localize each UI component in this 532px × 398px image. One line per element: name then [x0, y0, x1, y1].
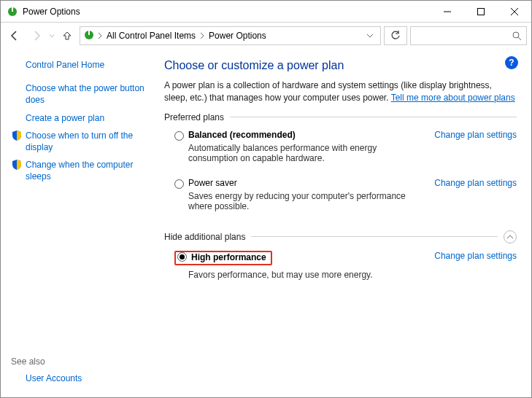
divider	[230, 117, 517, 117]
sidebar-home-link[interactable]: Control Panel Home	[26, 59, 104, 71]
page-intro: A power plan is a collection of hardware…	[164, 79, 517, 105]
address-dropdown-button[interactable]	[363, 34, 377, 38]
sidebar-link-useraccounts[interactable]: User Accounts	[26, 372, 82, 384]
navbar: All Control Panel Items Power Options	[1, 23, 531, 49]
sidebar: Control Panel Home Choose what the power…	[11, 59, 154, 390]
help-button[interactable]: ?	[505, 56, 518, 69]
svg-point-8	[513, 32, 519, 38]
additional-plans-label[interactable]: Hide additional plans	[164, 232, 245, 242]
shield-icon	[11, 159, 23, 171]
close-button[interactable]	[498, 1, 531, 23]
radio-highperf[interactable]	[177, 252, 187, 262]
plan-desc-balanced: Automatically balances performance with …	[188, 143, 428, 163]
svg-rect-3	[478, 8, 485, 15]
address-icon	[83, 29, 95, 43]
main-content: ? Choose or customize a power plan A pow…	[154, 59, 517, 390]
collapse-button[interactable]	[504, 230, 517, 243]
radio-powersaver[interactable]	[174, 179, 184, 189]
recent-locations-button[interactable]	[49, 26, 55, 45]
svg-line-9	[518, 37, 521, 40]
plan-name-highperf[interactable]: High performance	[191, 252, 266, 262]
back-button[interactable]	[5, 26, 24, 45]
see-also-header: See also	[11, 356, 154, 367]
address-bar[interactable]: All Control Panel Items Power Options	[80, 26, 381, 45]
breadcrumb-item[interactable]: Power Options	[207, 31, 268, 41]
minimize-button[interactable]	[431, 1, 464, 23]
app-icon	[7, 6, 18, 17]
sidebar-link-sleep[interactable]: Change when the computer sleeps	[26, 159, 154, 182]
search-icon	[512, 31, 522, 41]
change-settings-link[interactable]: Change plan settings	[434, 130, 517, 140]
page-heading: Choose or customize a power plan	[164, 59, 517, 72]
chevron-right-icon	[200, 31, 204, 41]
plan-desc-powersaver: Saves energy by reducing your computer's…	[188, 191, 428, 211]
svg-rect-7	[88, 31, 90, 35]
breadcrumb-item[interactable]: All Control Panel Items	[105, 31, 197, 41]
svg-rect-1	[12, 7, 13, 12]
refresh-button[interactable]	[384, 26, 407, 45]
window-title: Power Options	[23, 7, 431, 17]
maximize-button[interactable]	[464, 1, 498, 23]
divider	[251, 236, 498, 237]
radio-balanced[interactable]	[174, 131, 184, 141]
chevron-right-icon	[98, 31, 102, 41]
intro-link[interactable]: Tell me more about power plans	[391, 93, 515, 103]
change-settings-link[interactable]: Change plan settings	[434, 251, 517, 261]
change-settings-link[interactable]: Change plan settings	[434, 178, 517, 188]
plan-desc-highperf: Favors performance, but may use more ene…	[188, 270, 517, 280]
titlebar: Power Options	[1, 1, 531, 23]
shield-icon	[11, 130, 23, 141]
search-input[interactable]	[410, 26, 527, 45]
sidebar-link-powerbutton[interactable]: Choose what the power button does	[26, 82, 154, 106]
plan-name-powersaver[interactable]: Power saver	[188, 178, 428, 188]
plan-name-balanced[interactable]: Balanced (recommended)	[188, 130, 428, 140]
sidebar-link-createplan[interactable]: Create a power plan	[26, 112, 104, 124]
up-button[interactable]	[58, 26, 77, 45]
forward-button[interactable]	[27, 26, 46, 45]
preferred-plans-label: Preferred plans	[164, 112, 224, 122]
highlight-box: High performance	[174, 251, 272, 265]
sidebar-link-displayoff[interactable]: Choose when to turn off the display	[26, 130, 154, 153]
